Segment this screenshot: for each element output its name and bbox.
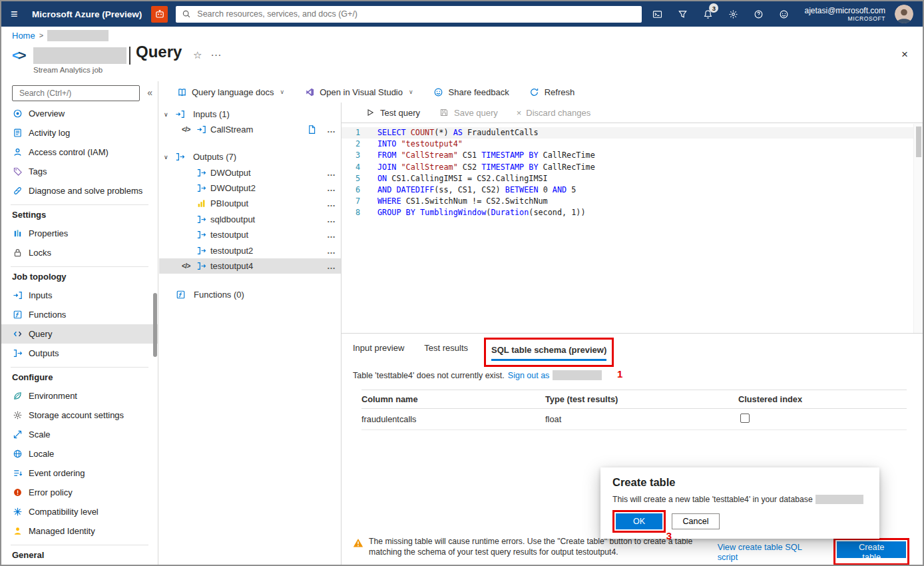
tree-item-testoutput[interactable]: testoutput… xyxy=(159,227,341,242)
filter-icon xyxy=(677,9,688,19)
command-open-in-visual-studio[interactable]: Open in Visual Studio∨ xyxy=(304,87,413,97)
code-token: 0 xyxy=(543,185,553,194)
tree-functions-header[interactable]: Functions (0) xyxy=(159,287,341,302)
more-options-icon[interactable]: … xyxy=(327,230,336,240)
tree-item-testoutput4[interactable]: </>testoutput4… xyxy=(159,258,341,274)
more-options-icon[interactable]: … xyxy=(327,214,336,224)
editor-scrollbar[interactable] xyxy=(913,124,923,334)
header-type: Type (test results) xyxy=(545,394,738,404)
query-code-editor[interactable]: 1SELECT COUNT(*) AS FraudulentCalls2INTO… xyxy=(342,124,913,334)
account-info[interactable]: ajetasi@microsoft.com MICROSOFT xyxy=(804,6,885,23)
sidebar-item-functions[interactable]: Functions xyxy=(1,305,158,324)
sidebar-item-inputs[interactable]: Inputs xyxy=(1,286,158,305)
more-options-icon[interactable]: … xyxy=(327,183,336,193)
test-query-button[interactable]: Test query xyxy=(365,107,420,118)
code-text: FROM "CallStream" CS1 TIMESTAMP BY CallR… xyxy=(371,150,595,161)
breadcrumb-home-link[interactable]: Home xyxy=(12,31,35,41)
notice-text: Table 'testtable4' does not currently ex… xyxy=(353,371,505,380)
sidebar-item-access-control-iam[interactable]: Access control (IAM) xyxy=(1,142,158,162)
tab-input-preview[interactable]: Input preview xyxy=(353,340,404,353)
more-options-icon[interactable]: … xyxy=(327,246,336,256)
code-token: CS2 xyxy=(458,162,482,172)
more-options-icon[interactable]: … xyxy=(327,261,336,271)
sidebar-item-locks[interactable]: Locks xyxy=(1,243,158,262)
hamburger-menu-icon[interactable]: ≡ xyxy=(11,7,25,21)
tree-item-callstream[interactable]: </>CallStream… xyxy=(159,122,341,137)
tree-item-dwoutput[interactable]: DWOutput… xyxy=(159,164,341,180)
tree-outputs-label: Outputs (7) xyxy=(193,152,236,162)
refresh-icon xyxy=(529,87,540,97)
more-options-icon[interactable]: … xyxy=(327,198,336,208)
environment-icon xyxy=(12,391,23,402)
compatibility-icon xyxy=(12,507,23,517)
sidebar-search-input[interactable] xyxy=(18,88,134,99)
chevron-down-icon[interactable]: ∨ xyxy=(164,111,170,118)
sidebar-item-environment[interactable]: Environment xyxy=(1,386,158,406)
line-number: 3 xyxy=(342,150,371,161)
global-search-input[interactable] xyxy=(196,9,636,19)
sidebar-item-compatibility-level[interactable]: Compatibility level xyxy=(1,502,158,521)
chevron-down-icon[interactable]: ∨ xyxy=(164,154,170,160)
topbar-actions: 3 ajetasi@microsoft.com MICROSOFT xyxy=(647,4,913,24)
editor-scrollbar-thumb[interactable] xyxy=(916,127,921,157)
command-query-language-docs[interactable]: Query language docs∨ xyxy=(176,87,284,97)
sidebar-item-label: Query xyxy=(29,329,52,339)
ok-button[interactable]: OK xyxy=(616,513,662,529)
sidebar-item-diagnose-and-solve-problems[interactable]: Diagnose and solve problems xyxy=(1,181,158,200)
sidebar-item-managed-identity[interactable]: Managed Identity xyxy=(1,521,158,541)
tab-sql-table-schema-preview[interactable]: SQL table schema (preview) xyxy=(491,342,606,361)
sidebar-search-box[interactable] xyxy=(12,85,140,101)
sidebar-item-storage-account-settings[interactable]: Storage account settings xyxy=(1,406,158,425)
help-icon[interactable] xyxy=(748,4,768,24)
sign-out-link[interactable]: Sign out as xyxy=(508,371,550,380)
more-options-icon[interactable]: … xyxy=(327,125,336,135)
sidebar-item-scale[interactable]: Scale xyxy=(1,425,158,444)
notifications-bell-icon[interactable]: 3 xyxy=(698,4,718,24)
sidebar-item-query[interactable]: Query xyxy=(1,324,158,344)
save-query-button[interactable]: Save query xyxy=(439,107,498,118)
tree-item-sqldboutput[interactable]: sqldboutput… xyxy=(159,212,341,227)
tab-test-results[interactable]: Test results xyxy=(424,340,468,353)
settings-gear-icon[interactable] xyxy=(723,4,743,24)
annotation-box-2: Create table 2 xyxy=(833,538,909,565)
sidebar-item-locale[interactable]: Locale xyxy=(1,444,158,463)
functions-icon xyxy=(175,290,186,300)
sidebar-item-event-ordering[interactable]: Event ordering xyxy=(1,463,158,483)
view-create-table-sql-script-link[interactable]: View create table SQL script xyxy=(718,542,825,562)
tree-outputs-header[interactable]: ∨ Outputs (7) xyxy=(159,149,341,164)
tree-inputs-header[interactable]: ∨ Inputs (1) xyxy=(159,107,341,122)
close-blade-icon[interactable]: × xyxy=(901,48,908,61)
cancel-button[interactable]: Cancel xyxy=(672,513,720,529)
preview-robot-tile[interactable] xyxy=(151,6,168,23)
discard-changes-button[interactable]: × Discard changes xyxy=(517,108,590,118)
sidebar-item-tags[interactable]: Tags xyxy=(1,162,158,181)
sidebar-item-activity-log[interactable]: Activity log xyxy=(1,123,158,142)
create-table-button[interactable]: Create table xyxy=(837,541,906,558)
document-icon[interactable] xyxy=(306,124,317,135)
feedback-icon[interactable] xyxy=(774,4,794,24)
portal-title[interactable]: Microsoft Azure (Preview) xyxy=(32,9,142,19)
sidebar-item-outputs[interactable]: Outputs xyxy=(1,344,158,363)
more-options-icon[interactable]: … xyxy=(327,168,336,178)
directory-filter-icon[interactable] xyxy=(672,4,692,24)
cloud-shell-icon[interactable] xyxy=(647,4,667,24)
favorite-star-icon[interactable]: ☆ xyxy=(193,49,202,61)
command-share-feedback[interactable]: Share feedback xyxy=(433,87,509,97)
avatar[interactable] xyxy=(895,5,913,23)
powerbi-icon xyxy=(196,198,206,209)
cell-column-name: fraudulentcalls xyxy=(361,414,545,424)
sidebar-item-error-policy[interactable]: Error policy xyxy=(1,483,158,502)
sidebar-collapse-icon[interactable]: « xyxy=(147,87,152,98)
tree-item-testoutput2[interactable]: testoutput2… xyxy=(159,242,341,258)
tree-item-pbioutput[interactable]: PBIoutput… xyxy=(159,196,341,211)
global-search-box[interactable] xyxy=(176,6,642,23)
sidebar-item-overview[interactable]: Overview xyxy=(1,104,158,123)
code-token: (ss, CS1, CS2) xyxy=(434,185,505,194)
tree-item-dwoutput2[interactable]: DWOutput2… xyxy=(159,180,341,196)
command-refresh[interactable]: Refresh xyxy=(529,87,575,97)
sidebar-scrollbar-thumb[interactable] xyxy=(153,293,157,357)
blade-more-options-icon[interactable]: … xyxy=(210,46,222,59)
clustered-index-checkbox[interactable] xyxy=(740,414,750,423)
sidebar-item-properties[interactable]: Properties xyxy=(1,224,158,243)
avatar-image xyxy=(895,5,913,23)
